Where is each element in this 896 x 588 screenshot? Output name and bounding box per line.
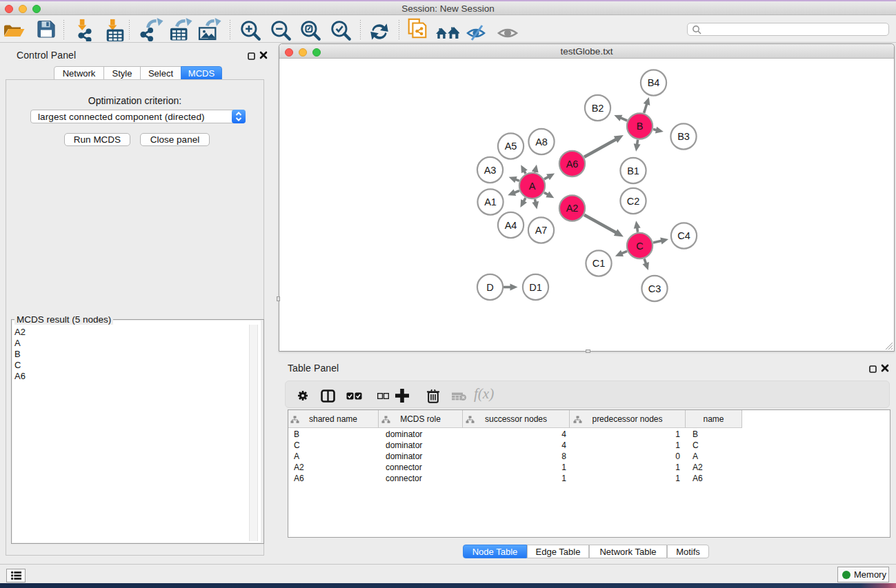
svg-text:C3: C3 [648,283,661,294]
svg-text:A4: A4 [505,220,517,231]
svg-text:A2: A2 [566,203,579,214]
svg-text:A5: A5 [505,141,517,152]
svg-text:D: D [486,282,493,293]
svg-text:B: B [637,121,644,132]
svg-text:C1: C1 [593,258,606,269]
svg-text:B2: B2 [592,103,604,114]
svg-text:A1: A1 [484,196,497,207]
svg-text:A3: A3 [484,165,497,176]
svg-text:A6: A6 [566,159,579,170]
svg-text:D1: D1 [529,282,542,293]
svg-text:B4: B4 [648,77,660,88]
svg-text:A8: A8 [535,136,548,148]
svg-text:C2: C2 [627,196,640,207]
svg-text:A7: A7 [535,225,548,236]
svg-text:C4: C4 [677,230,690,241]
svg-text:B3: B3 [677,131,690,142]
svg-text:C: C [636,241,643,252]
svg-text:A: A [529,181,536,192]
svg-text:B1: B1 [627,165,639,176]
